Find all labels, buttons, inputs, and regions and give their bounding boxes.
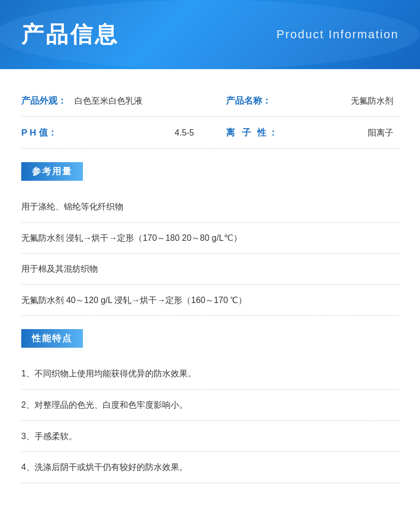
page-header: 产品信息 Product Information [0, 0, 420, 69]
performance-item-1: 2、对整理品的色光、白度和色牢度影响小。 [21, 390, 399, 421]
reference-usage-section: 参考用量 用于涤纶、锦纶等化纤织物 无氟防水剂 浸轧→烘干→定形（170～180… [21, 149, 399, 316]
product-name-label: 产品名称： [226, 95, 274, 107]
performance-item-2: 3、手感柔软。 [21, 421, 399, 452]
ph-value: 4.5-5 [175, 128, 199, 138]
reference-usage-item-0: 用于涤纶、锦纶等化纤织物 [21, 191, 399, 223]
appearance-label: 产品外观： [21, 95, 69, 107]
page-content: 产品外观： 白色至米白色乳液 产品名称： 无氟防水剂 P H 值： 4.5-5 … [0, 69, 420, 499]
performance-title: 性能特点 [21, 329, 83, 348]
ionic-value: 阳离子 [368, 128, 399, 139]
performance-section: 性能特点 1、不同织物上使用均能获得优异的防水效果。 2、对整理品的色光、白度和… [21, 316, 399, 483]
name-cell: 产品名称： 无氟防水剂 [210, 85, 399, 117]
ionic-cell: 离 子 性： 阳离子 [210, 117, 399, 149]
appearance-value: 白色至米白色乳液 [74, 96, 142, 107]
appearance-cell: 产品外观： 白色至米白色乳液 [21, 85, 210, 117]
ph-label: P H 值： [21, 127, 85, 139]
reference-usage-item-1: 无氟防水剂 浸轧→烘干→定形（170～180 20～80 g/L℃） [21, 223, 399, 254]
page-title-chinese: 产品信息 [21, 20, 119, 49]
page-title-english: Product Information [276, 28, 399, 41]
reference-usage-title: 参考用量 [21, 162, 83, 181]
performance-item-0: 1、不同织物上使用均能获得优异的防水效果。 [21, 358, 399, 390]
product-info-row-2: P H 值： 4.5-5 离 子 性： 阳离子 [21, 117, 399, 149]
performance-item-3: 4、洗涤后阴干或烘干仍有较好的防水效果。 [21, 452, 399, 483]
reference-usage-item-3: 无氟防水剂 40～120 g/L 浸轧→烘干→定形（160～170 ℃） [21, 285, 399, 316]
reference-usage-item-2: 用于棉及其混纺织物 [21, 254, 399, 285]
product-name-value: 无氟防水剂 [351, 96, 399, 107]
product-info-row-1: 产品外观： 白色至米白色乳液 产品名称： 无氟防水剂 [21, 85, 399, 117]
ionic-label: 离 子 性： [226, 127, 280, 139]
ph-cell: P H 值： 4.5-5 [21, 117, 210, 149]
